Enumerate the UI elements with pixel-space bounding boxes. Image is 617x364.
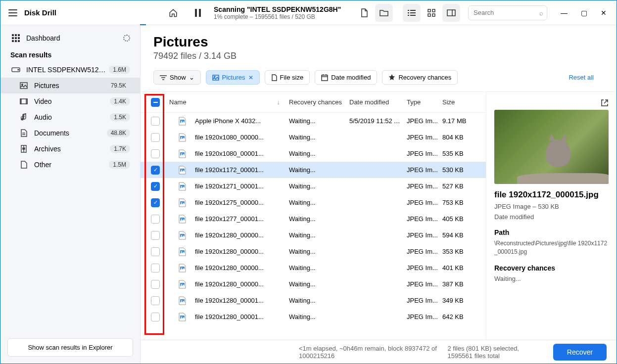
- file-name: file 1920x1172_00001...: [195, 166, 289, 174]
- file-view-button[interactable]: [355, 4, 373, 22]
- grid-view-button[interactable]: [423, 4, 440, 22]
- sidebar-item-other[interactable]: Other1.5M: [0, 157, 140, 173]
- sidebar-item-pictures[interactable]: Pictures79.5K: [0, 78, 140, 93]
- row-checkbox[interactable]: [151, 231, 160, 240]
- folder-view-button[interactable]: [375, 4, 393, 22]
- row-checkbox[interactable]: [151, 280, 160, 289]
- svg-point-40: [214, 76, 215, 77]
- table-row[interactable]: ✓file 1920x1275_00000...Waiting...JPEG I…: [141, 194, 486, 211]
- minimize-button[interactable]: —: [555, 4, 573, 22]
- col-date-header[interactable]: Date modified: [349, 98, 407, 106]
- row-checkbox[interactable]: [151, 149, 160, 158]
- datemod-filter[interactable]: Date modified: [315, 70, 377, 85]
- close-icon[interactable]: ✕: [248, 74, 253, 81]
- col-type-header[interactable]: Type: [407, 98, 442, 106]
- table-row[interactable]: file 1920x1280_00001...Waiting...JPEG Im…: [141, 309, 486, 325]
- col-size-header[interactable]: Size: [442, 98, 486, 106]
- table-row[interactable]: file 1920x1080_00001...Waiting...JPEG Im…: [141, 145, 486, 162]
- file-name: file 1920x1080_00001...: [195, 150, 289, 157]
- reset-all-link[interactable]: Reset all: [569, 74, 594, 81]
- svg-rect-0: [195, 9, 197, 17]
- details-pane: file 1920x1172_000015.jpg JPEG Image – 5…: [486, 92, 617, 340]
- sidebar-item-audio[interactable]: Audio1.5K: [0, 109, 140, 125]
- size-cell: 535 KB: [442, 150, 486, 157]
- file-name: file 1920x1280_00001...: [195, 313, 289, 320]
- sidebar-item-video[interactable]: Video1.4K: [0, 93, 140, 109]
- row-checkbox[interactable]: [151, 313, 160, 321]
- preview-image: [494, 110, 609, 184]
- type-cell: JPEG Im...: [407, 166, 442, 174]
- recovery-cell: Waiting...: [289, 182, 349, 190]
- sidebar-device[interactable]: INTEL SSDPEKNW512G... 1.6M: [0, 62, 140, 78]
- svg-point-62: [181, 251, 182, 252]
- row-checkbox[interactable]: [151, 247, 160, 256]
- sidebar: Dashboard Scan results INTEL SSDPEKNW512…: [0, 25, 141, 364]
- show-filter[interactable]: Show ⌄: [153, 70, 201, 85]
- sidebar-dashboard[interactable]: Dashboard: [0, 30, 140, 46]
- search-input[interactable]: [468, 5, 547, 20]
- table-row[interactable]: file 1920x1280_00000...Waiting...JPEG Im…: [141, 243, 486, 260]
- date-cell: 5/5/2019 11:52 A...: [349, 117, 407, 125]
- row-checkbox[interactable]: [151, 117, 160, 126]
- pause-button[interactable]: [189, 4, 207, 22]
- svg-rect-4: [408, 12, 409, 13]
- svg-rect-28: [20, 99, 21, 104]
- svg-point-24: [18, 69, 19, 70]
- svg-rect-25: [20, 83, 27, 89]
- page-title: Pictures: [153, 34, 604, 50]
- open-external-icon[interactable]: [601, 99, 609, 107]
- row-checkbox[interactable]: [151, 215, 160, 224]
- type-cell: JPEG Im...: [407, 199, 442, 206]
- home-button[interactable]: [164, 4, 182, 22]
- row-checkbox[interactable]: ✓: [151, 166, 160, 175]
- table-row[interactable]: ✓file 1920x1271_00001...Waiting...JPEG I…: [141, 178, 486, 194]
- svg-rect-10: [428, 14, 430, 16]
- recovery-cell: Waiting...: [289, 248, 349, 255]
- svg-rect-41: [322, 75, 328, 81]
- row-checkbox[interactable]: [151, 296, 160, 305]
- recover-button[interactable]: Recover: [553, 344, 607, 361]
- row-checkbox[interactable]: [151, 264, 160, 273]
- table-row[interactable]: file 1920x1277_00001...Waiting...JPEG Im…: [141, 211, 486, 227]
- svg-point-48: [181, 137, 182, 138]
- recovery-cell: Waiting...: [289, 134, 349, 141]
- file-type-icon: [177, 116, 187, 126]
- recovery-filter[interactable]: Recovery chances: [382, 70, 458, 85]
- table-row[interactable]: file 1920x1080_00000...Waiting...JPEG Im…: [141, 129, 486, 145]
- row-checkbox[interactable]: ✓: [151, 198, 160, 207]
- show-in-explorer-button[interactable]: Show scan results in Explorer: [7, 338, 133, 357]
- svg-point-68: [181, 300, 182, 301]
- filesize-filter[interactable]: File size: [265, 70, 310, 85]
- sidebar-item-documents[interactable]: Documents48.8K: [0, 125, 140, 141]
- pictures-filter-chip[interactable]: Pictures ✕: [206, 70, 260, 85]
- svg-rect-19: [18, 37, 20, 39]
- table-row[interactable]: file 1920x1280_00000...Waiting...JPEG Im…: [141, 227, 486, 243]
- svg-rect-17: [12, 37, 14, 39]
- table-row[interactable]: ✓file 1920x1172_00001...Waiting...JPEG I…: [141, 162, 486, 178]
- panel-view-button[interactable]: [442, 4, 460, 22]
- table-row[interactable]: file 1920x1280_00000...Waiting...JPEG Im…: [141, 260, 486, 276]
- row-checkbox[interactable]: ✓: [151, 182, 160, 191]
- detail-path: \Reconstructed\Pictures\jpg\file 1920x11…: [494, 239, 609, 256]
- svg-rect-8: [428, 9, 430, 12]
- file-type-icon: [177, 214, 187, 224]
- row-checkbox[interactable]: [151, 133, 160, 142]
- sidebar-item-archives[interactable]: Archives1.7K: [0, 141, 140, 157]
- table-row[interactable]: Apple iPhone X 4032...Waiting...5/5/2019…: [141, 113, 486, 129]
- type-cell: JPEG Im...: [407, 215, 442, 223]
- bottombar: <1m elapsed, ~0h46m remain, block 893747…: [141, 340, 617, 364]
- menu-icon[interactable]: [8, 9, 17, 16]
- detail-subtitle: JPEG Image – 530 KB: [494, 203, 609, 210]
- svg-point-66: [181, 284, 182, 285]
- file-name: file 1920x1280_00000...: [195, 248, 289, 255]
- col-name-header[interactable]: Name: [169, 98, 187, 106]
- select-all-checkbox[interactable]: [151, 98, 160, 107]
- table-row[interactable]: file 1920x1280_00001...Waiting...JPEG Im…: [141, 292, 486, 309]
- col-recovery-header[interactable]: Recovery chances: [289, 98, 349, 106]
- table-row[interactable]: file 1920x1280_00000...Waiting...JPEG Im…: [141, 276, 486, 292]
- topbar: Disk Drill Scanning "INTEL SSDPEKNW512G8…: [0, 0, 617, 25]
- close-button[interactable]: ✕: [595, 4, 613, 22]
- table-header: Name↓ Recovery chances Date modified Typ…: [141, 92, 486, 113]
- maximize-button[interactable]: ▢: [575, 4, 593, 22]
- list-view-button[interactable]: [403, 4, 421, 22]
